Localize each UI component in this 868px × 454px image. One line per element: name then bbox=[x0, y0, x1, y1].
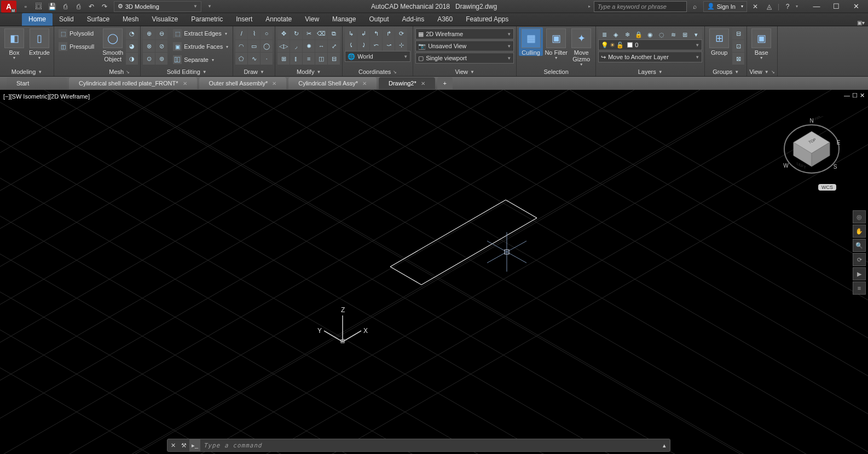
polysolid-button[interactable]: ⬚Polysolid bbox=[56, 27, 96, 39]
se-i6-icon[interactable]: ⊚ bbox=[155, 53, 167, 65]
minimize-button[interactable]: — bbox=[807, 1, 826, 13]
circle-icon[interactable]: ○ bbox=[261, 27, 273, 39]
tab-home[interactable]: Home bbox=[22, 13, 53, 26]
culling-button[interactable]: ▦ Culling bbox=[519, 27, 543, 56]
scale-icon[interactable]: ⤢ bbox=[328, 40, 340, 52]
cmd-close-icon[interactable]: ✕ bbox=[167, 439, 178, 451]
ucs-i3-icon[interactable]: ↰ bbox=[370, 27, 382, 39]
wcs-badge[interactable]: WCS bbox=[818, 184, 836, 191]
se-i5-icon[interactable]: ⊙ bbox=[143, 53, 155, 65]
tab-featuredapps[interactable]: Featured Apps bbox=[459, 13, 515, 26]
nav-wheel-icon[interactable]: ◎ bbox=[853, 210, 866, 223]
search-input[interactable]: Type a keyword or phrase bbox=[594, 1, 687, 12]
move-icon[interactable]: ✥ bbox=[277, 27, 290, 39]
movegizmo-button[interactable]: ✦ Move Gizmo ▼ bbox=[569, 27, 593, 66]
tab-mesh[interactable]: Mesh bbox=[116, 13, 145, 26]
qat-open-icon[interactable]: ⿴ bbox=[33, 1, 45, 13]
app-store-icon[interactable]: ◬ bbox=[763, 1, 776, 13]
panel-solidediting-title[interactable]: Solid Editing▼ bbox=[143, 66, 230, 76]
panel-modeling-title[interactable]: Modeling▼ bbox=[2, 66, 51, 76]
poly-icon[interactable]: ⬠ bbox=[235, 53, 247, 65]
ucs-i8-icon[interactable]: ⤺ bbox=[370, 39, 382, 51]
mesh-b2-icon[interactable]: ◕ bbox=[126, 40, 138, 52]
se-i4-icon[interactable]: ⊘ bbox=[155, 40, 167, 52]
panel-view-title[interactable]: View▼ bbox=[415, 66, 514, 76]
close-button[interactable]: ✕ bbox=[846, 1, 866, 13]
ribbon-collapse-icon[interactable]: ▣▾ bbox=[857, 20, 865, 26]
tab-insert[interactable]: Insert bbox=[229, 13, 259, 26]
ucs-i6-icon[interactable]: ⤹ bbox=[345, 39, 357, 51]
viewport[interactable]: X Y Z [−][SW Isometric][2D Wireframe] — … bbox=[0, 90, 868, 454]
nav-showmotion-icon[interactable]: ▶ bbox=[853, 267, 866, 280]
signin-button[interactable]: 👤 Sign In ▾ bbox=[703, 1, 747, 12]
panel-draw-title[interactable]: Draw▼ bbox=[235, 66, 273, 76]
viewport-label[interactable]: [−][SW Isometric][2D Wireframe] bbox=[3, 93, 90, 100]
tab-visualize[interactable]: Visualize bbox=[145, 13, 184, 26]
maximize-button[interactable]: ☐ bbox=[826, 1, 846, 13]
trim-icon[interactable]: ✂ bbox=[303, 27, 315, 39]
filetab-start[interactable]: Start bbox=[7, 77, 67, 89]
smooth-object-button[interactable]: ◯ Smooth Object bbox=[101, 27, 125, 62]
panel-mesh-title[interactable]: Mesh↘ bbox=[101, 66, 138, 76]
qat-plot-icon[interactable]: ⎙ bbox=[72, 1, 84, 13]
viewport-config-dropdown[interactable]: ▢ Single viewport ▼ bbox=[415, 53, 514, 64]
presspull-button[interactable]: ◫Presspull bbox=[56, 41, 96, 53]
spline-icon[interactable]: ∿ bbox=[248, 53, 260, 65]
ucs-i4-icon[interactable]: ↱ bbox=[383, 27, 395, 39]
infocenter-icon[interactable]: ⌕ bbox=[689, 1, 701, 13]
mesh-b1-icon[interactable]: ◔ bbox=[126, 27, 138, 39]
ly-i1-icon[interactable]: ≣ bbox=[598, 28, 610, 41]
tab-view[interactable]: View bbox=[298, 13, 326, 26]
namedview-dropdown[interactable]: 📷 Unsaved View ▼ bbox=[415, 41, 514, 51]
nofilter-button[interactable]: ▣ No Filter ▼ bbox=[544, 27, 568, 60]
close-tab-icon[interactable]: ✕ bbox=[421, 81, 425, 87]
tab-parametric[interactable]: Parametric bbox=[184, 13, 229, 26]
filetab-1[interactable]: Outer shell Assembly*✕ bbox=[199, 77, 287, 89]
array-icon[interactable]: ⊞ bbox=[277, 53, 290, 65]
ucs-world-dropdown[interactable]: 🌐 World ▼ bbox=[345, 51, 410, 62]
ucs-i2-icon[interactable]: ↲ bbox=[357, 27, 369, 39]
ly-i4-icon[interactable]: 🔒 bbox=[633, 28, 645, 41]
tab-output[interactable]: Output bbox=[362, 13, 395, 26]
point-icon[interactable]: · bbox=[261, 53, 273, 65]
extrude-button[interactable]: ▯ Extrude ▼ bbox=[27, 27, 51, 60]
mod-i2-icon[interactable]: ⊟ bbox=[328, 53, 340, 65]
baseview-button[interactable]: ▣ Base ▼ bbox=[749, 27, 773, 60]
ly-i6-icon[interactable]: ◌ bbox=[656, 28, 668, 41]
box-button[interactable]: ◧ Box ▼ bbox=[2, 27, 26, 60]
stretch-icon[interactable]: ↔ bbox=[315, 40, 327, 52]
help-icon[interactable]: ? bbox=[782, 1, 794, 13]
ly-i8-icon[interactable]: ⊞ bbox=[679, 28, 691, 41]
panel-view2-title[interactable]: View▼↘ bbox=[749, 66, 775, 76]
workspace-dropdown[interactable]: ⚙ 3D Modeling ▼ bbox=[114, 1, 201, 12]
ucs-i9-icon[interactable]: ⤻ bbox=[383, 39, 395, 51]
cmd-customize-icon[interactable]: ⚒ bbox=[178, 439, 189, 451]
panel-modify-title[interactable]: Modify▼ bbox=[277, 66, 340, 76]
mesh-b3-icon[interactable]: ◑ bbox=[126, 53, 138, 65]
command-line[interactable]: ✕ ⚒ ▸_ Type a command ▴ bbox=[167, 439, 670, 452]
close-tab-icon[interactable]: ✕ bbox=[272, 81, 276, 87]
tab-surface[interactable]: Surface bbox=[80, 13, 116, 26]
ellipse-icon[interactable]: ◯ bbox=[261, 40, 273, 52]
group-button[interactable]: ⊞ Group bbox=[707, 27, 731, 56]
qat-new-icon[interactable]: ▫ bbox=[20, 1, 32, 13]
vp-maximize-icon[interactable]: ☐ bbox=[852, 92, 858, 99]
align-icon[interactable]: ≡ bbox=[303, 53, 315, 65]
panel-coordinates-title[interactable]: Coordinates↘ bbox=[345, 66, 410, 76]
close-tab-icon[interactable]: ✕ bbox=[183, 81, 187, 87]
nav-more-icon[interactable]: ≡ bbox=[853, 281, 866, 295]
tab-manage[interactable]: Manage bbox=[326, 13, 362, 26]
arc-icon[interactable]: ◠ bbox=[235, 40, 247, 52]
qat-more-icon[interactable]: ▼ bbox=[204, 1, 216, 13]
nav-pan-icon[interactable]: ✋ bbox=[853, 225, 866, 238]
gp-i3-icon[interactable]: ⊠ bbox=[732, 53, 744, 65]
cmd-history-icon[interactable]: ▴ bbox=[659, 442, 670, 449]
filetab-3[interactable]: Drawing2*✕ bbox=[379, 77, 435, 89]
search-caret-icon[interactable]: ▸ bbox=[588, 4, 591, 9]
ly-i5-icon[interactable]: ◉ bbox=[644, 28, 656, 41]
close-tab-icon[interactable]: ✕ bbox=[362, 81, 367, 87]
vp-close-icon[interactable]: ✕ bbox=[860, 92, 865, 99]
nav-zoom-icon[interactable]: 🔍 bbox=[853, 239, 866, 252]
ly-i7-icon[interactable]: ≋ bbox=[667, 28, 679, 41]
se-i3-icon[interactable]: ⊗ bbox=[143, 40, 155, 52]
